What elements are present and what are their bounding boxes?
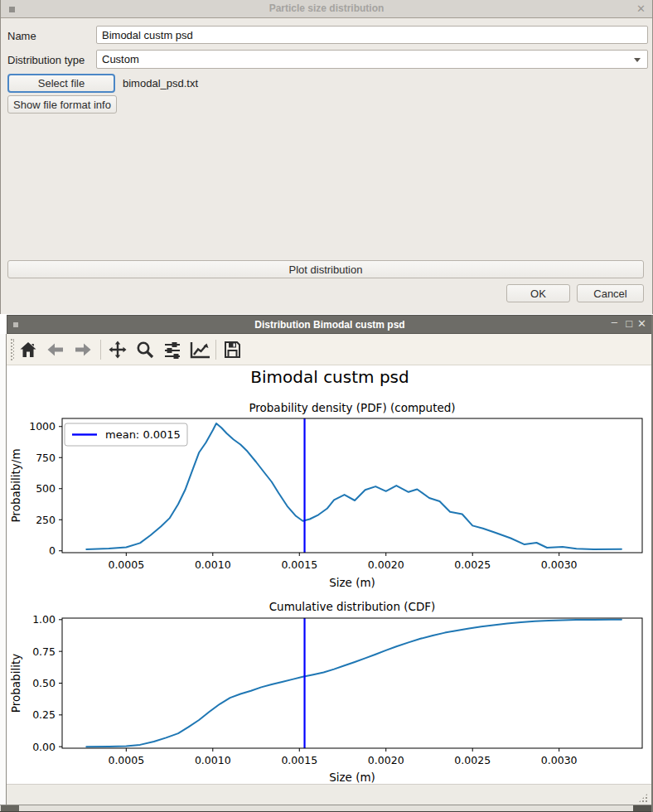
- svg-text:1.00: 1.00: [32, 613, 56, 626]
- close-icon[interactable]: ✕: [637, 317, 646, 330]
- svg-text:0.0020: 0.0020: [368, 558, 404, 571]
- home-icon[interactable]: [17, 338, 40, 361]
- close-icon[interactable]: ✕: [636, 2, 646, 15]
- toolbar-separator: [215, 340, 216, 360]
- svg-text:0.50: 0.50: [32, 677, 56, 689]
- selected-file-name: bimodal_psd.txt: [123, 77, 198, 89]
- svg-text:Probability/m: Probability/m: [9, 448, 22, 522]
- back-icon[interactable]: [44, 338, 67, 361]
- maximize-icon[interactable]: □: [626, 317, 632, 330]
- name-label: Name: [7, 30, 36, 42]
- plot-distribution-label: Plot distribution: [289, 263, 363, 276]
- plot-distribution-button[interactable]: Plot distribution: [7, 260, 644, 278]
- toolbar-drag-handle[interactable]: [11, 339, 14, 360]
- svg-text:0.0020: 0.0020: [368, 754, 404, 766]
- svg-text:0.00: 0.00: [32, 741, 56, 753]
- select-file-button[interactable]: Select file: [7, 74, 115, 93]
- svg-text:0: 0: [49, 544, 56, 557]
- svg-text:0.0025: 0.0025: [454, 558, 491, 571]
- select-file-label: Select file: [38, 77, 85, 89]
- name-input[interactable]: [96, 26, 648, 44]
- save-icon[interactable]: [220, 338, 244, 361]
- dialog-title: Particle size distribution: [1, 2, 652, 14]
- zoom-icon[interactable]: [133, 338, 157, 361]
- svg-text:0.0030: 0.0030: [541, 558, 578, 571]
- distribution-type-value: Custom: [102, 53, 139, 65]
- svg-text:0.0015: 0.0015: [281, 558, 317, 571]
- svg-text:0.0025: 0.0025: [454, 754, 491, 766]
- show-file-format-info-button[interactable]: Show file format info: [7, 95, 117, 114]
- svg-text:0.0005: 0.0005: [108, 754, 144, 766]
- plot-window-title: Distribution Bimodal custm psd: [7, 319, 652, 331]
- svg-text:0.0015: 0.0015: [281, 754, 317, 766]
- status-bar: [7, 784, 653, 805]
- configure-subplots-icon[interactable]: [161, 338, 184, 361]
- plot-window-titlebar[interactable]: Distribution Bimodal custm psd – □ ✕: [7, 315, 653, 334]
- svg-text:0.75: 0.75: [32, 645, 56, 658]
- cancel-button[interactable]: Cancel: [577, 284, 644, 302]
- svg-text:750: 750: [36, 452, 56, 464]
- svg-text:0.0010: 0.0010: [195, 754, 231, 766]
- matplotlib-toolbar: [7, 334, 653, 365]
- forward-icon[interactable]: [71, 338, 94, 361]
- svg-text:500: 500: [36, 482, 56, 495]
- scrollbar-thumb[interactable]: [1, 805, 19, 811]
- ok-label: OK: [530, 288, 546, 300]
- figure-title: Bimodal custm psd: [7, 367, 653, 387]
- screen: Particle size distribution ✕ Name Distri…: [0, 0, 653, 812]
- distribution-type-select[interactable]: Custom: [96, 50, 648, 69]
- chevron-down-icon: [634, 58, 641, 62]
- show-info-label: Show file format info: [13, 99, 111, 111]
- pan-icon[interactable]: [106, 338, 129, 361]
- svg-text:Probability density (PDF) (com: Probability density (PDF) (computed): [249, 401, 455, 414]
- svg-text:Probability: Probability: [9, 654, 22, 713]
- cdf-chart[interactable]: 0.00050.00100.00150.00200.00250.00300.00…: [7, 595, 653, 784]
- resize-grip[interactable]: [638, 793, 648, 803]
- ok-button[interactable]: OK: [506, 284, 570, 302]
- edit-axes-icon[interactable]: [188, 338, 211, 361]
- svg-text:mean: 0.0015: mean: 0.0015: [105, 428, 181, 441]
- svg-text:Size (m): Size (m): [329, 576, 375, 589]
- svg-text:250: 250: [36, 514, 56, 526]
- toolbar-separator: [100, 340, 101, 360]
- scrollbar-corner: [633, 805, 653, 811]
- svg-text:0.0030: 0.0030: [541, 754, 578, 766]
- minimize-icon[interactable]: –: [612, 316, 617, 328]
- svg-text:0.0005: 0.0005: [108, 558, 144, 571]
- svg-text:Size (m): Size (m): [329, 771, 375, 784]
- dialog-titlebar[interactable]: Particle size distribution ✕: [1, 0, 652, 18]
- cancel-label: Cancel: [593, 288, 626, 300]
- particle-size-dialog: Particle size distribution ✕ Name Distri…: [0, 0, 653, 314]
- svg-text:0.25: 0.25: [32, 708, 56, 721]
- svg-text:Cumulative distribution (CDF): Cumulative distribution (CDF): [269, 600, 436, 613]
- svg-text:0.0010: 0.0010: [195, 558, 231, 571]
- distribution-type-label: Distribution type: [7, 54, 85, 66]
- svg-text:1000: 1000: [29, 420, 56, 433]
- background-window-edge: [0, 334, 7, 812]
- pdf-chart[interactable]: 0.00050.00100.00150.00200.00250.00300250…: [7, 396, 653, 592]
